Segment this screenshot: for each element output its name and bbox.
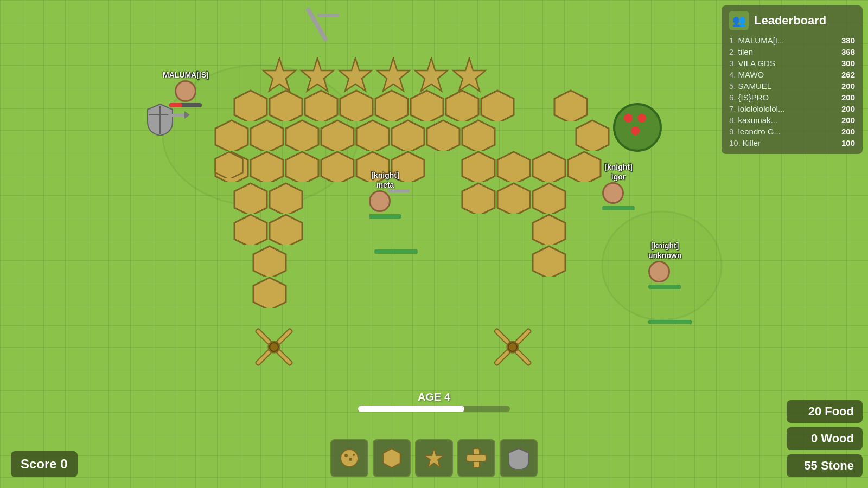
- tool-cookie[interactable]: [330, 439, 368, 477]
- sword-decoration: [305, 7, 328, 42]
- svg-point-68: [353, 454, 355, 456]
- svg-marker-5: [377, 58, 410, 91]
- leaderboard-row-7: 7.lolololololol...200: [729, 103, 855, 114]
- hex-tile: [233, 214, 269, 245]
- lb-score: 300: [841, 59, 855, 68]
- age-label: AGE 4: [353, 391, 515, 403]
- svg-marker-23: [427, 120, 459, 151]
- tool-cross[interactable]: [457, 439, 495, 477]
- svg-marker-32: [462, 152, 495, 182]
- shield-maluma: [146, 103, 174, 136]
- stone-resource: 55 Stone: [787, 454, 863, 477]
- hex-tile: [285, 119, 320, 151]
- hex-tile: [250, 119, 285, 151]
- leaderboard-row-5: 5.SAMUEL200: [729, 80, 855, 92]
- hex-tile: [252, 277, 288, 308]
- svg-marker-41: [234, 215, 267, 245]
- leaderboard-row-9: 9.leandro G...200: [729, 126, 855, 137]
- lb-rank: 6.: [729, 93, 736, 102]
- svg-marker-16: [554, 91, 587, 121]
- hex-tile: [445, 89, 480, 121]
- svg-marker-19: [286, 120, 318, 151]
- svg-point-64: [508, 343, 517, 351]
- hex-tile: [391, 119, 426, 151]
- svg-rect-50: [168, 114, 187, 117]
- svg-marker-24: [462, 120, 495, 151]
- svg-marker-46: [253, 278, 286, 308]
- svg-marker-47: [215, 152, 243, 178]
- svg-marker-70: [424, 448, 444, 467]
- lb-rank: 2.: [729, 47, 736, 56]
- player-knight-igor: [knight] igor: [602, 163, 635, 210]
- berry: [637, 114, 646, 123]
- lb-score: 100: [841, 138, 855, 147]
- hex-tile: [214, 119, 250, 151]
- svg-marker-51: [184, 111, 190, 119]
- svg-marker-7: [453, 58, 486, 91]
- health-bar-maluma: [169, 103, 202, 107]
- hex-tile: [496, 151, 532, 182]
- player-knight-unknown: [knight] unknown: [648, 241, 681, 289]
- svg-marker-20: [321, 120, 354, 151]
- lb-rank: 9.: [729, 127, 736, 136]
- svg-marker-2: [263, 58, 296, 91]
- svg-marker-12: [375, 91, 408, 121]
- svg-marker-11: [340, 91, 373, 121]
- hex-tile: [567, 151, 602, 182]
- svg-rect-56: [255, 349, 271, 365]
- svg-rect-54: [276, 328, 292, 344]
- health-bar-meta-ground: [374, 249, 418, 254]
- tool-shield[interactable]: [500, 439, 538, 477]
- wood-resource: 0 Wood: [787, 427, 863, 450]
- berry-tree: [613, 103, 662, 152]
- hex-tile: [320, 151, 355, 182]
- leaderboard-row-1: 1.MALUMA[I...380: [729, 35, 855, 46]
- hex-tile: [480, 89, 515, 121]
- leaderboard-title: Leaderboard: [754, 14, 826, 28]
- svg-marker-42: [270, 215, 302, 245]
- lb-score: 200: [841, 93, 855, 102]
- leaderboard-row-10: 10.Killer100: [729, 137, 855, 149]
- svg-marker-69: [383, 448, 400, 468]
- lb-name: SAMUEL: [738, 81, 841, 91]
- lb-rank: 4.: [729, 70, 736, 79]
- resources-panel: 20 Food 0 Wood 55 Stone: [787, 400, 863, 477]
- age-container: AGE 4: [353, 391, 515, 412]
- weapon-meta: [388, 187, 412, 195]
- lb-rank: 8.: [729, 115, 736, 125]
- tool-hex[interactable]: [373, 439, 411, 477]
- tool-star[interactable]: [415, 439, 453, 477]
- lb-name: kaxumak...: [738, 115, 841, 125]
- svg-marker-39: [497, 183, 530, 214]
- svg-rect-60: [515, 328, 531, 344]
- hex-tile: [532, 214, 567, 245]
- svg-marker-33: [497, 152, 530, 182]
- hex-tile: [532, 245, 567, 277]
- leaderboard-row-3: 3.VILA GDS300: [729, 57, 855, 69]
- hex-tile: [233, 89, 269, 121]
- svg-marker-22: [392, 120, 424, 151]
- svg-marker-43: [533, 215, 565, 245]
- leaderboard-panel: 👥 Leaderboard 1.MALUMA[I...3802.tilen368…: [722, 5, 863, 154]
- lb-name: VILA GDS: [738, 59, 841, 68]
- hex-tile: [355, 119, 391, 151]
- svg-rect-61: [515, 349, 531, 365]
- sword-crossguard: [317, 14, 339, 17]
- age-bar-fill: [358, 406, 464, 412]
- weapon-maluma: [168, 111, 190, 119]
- score-display: Score 0: [11, 451, 78, 477]
- lb-rank: 3.: [729, 59, 736, 68]
- svg-marker-4: [339, 58, 372, 91]
- svg-rect-63: [494, 328, 510, 344]
- svg-marker-44: [253, 246, 286, 277]
- lb-score: 368: [841, 47, 855, 56]
- svg-point-58: [270, 343, 278, 351]
- svg-marker-34: [533, 152, 565, 182]
- svg-marker-21: [356, 120, 389, 151]
- hex-tile: [426, 119, 461, 151]
- lb-name: MAWO: [738, 70, 841, 79]
- svg-point-67: [349, 458, 352, 461]
- leaderboard-entries: 1.MALUMA[I...3802.tilen3683.VILA GDS3004…: [729, 35, 855, 149]
- svg-marker-10: [305, 91, 337, 121]
- svg-marker-14: [446, 91, 478, 121]
